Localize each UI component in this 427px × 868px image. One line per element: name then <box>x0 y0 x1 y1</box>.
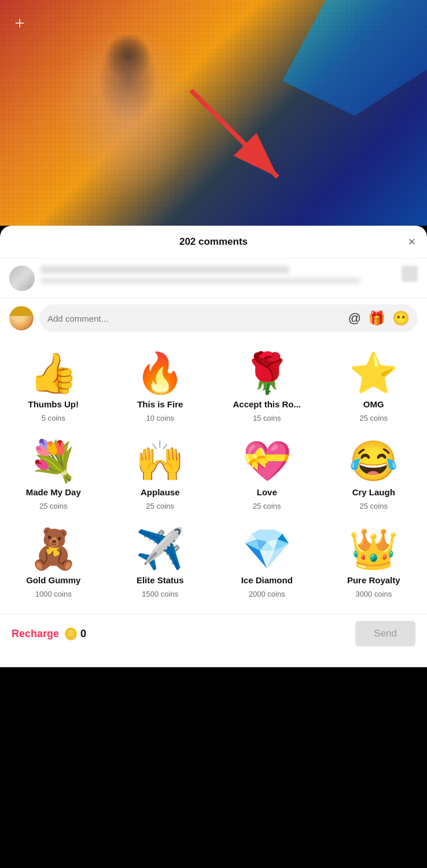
gift-name-love: Love <box>257 487 277 497</box>
gift-item-applause[interactable]: 🙌 Applause 25 coins <box>107 432 214 520</box>
gift-emoji-fire: 🔥 <box>135 353 185 392</box>
bottom-bar: Recharge 🪙 0 Send <box>0 613 427 656</box>
comments-count: 202 comments <box>179 236 248 248</box>
gift-emoji-applause: 🙌 <box>135 441 185 480</box>
gift-item-pure-royalty[interactable]: 👑 Pure Royalty 3000 coins <box>321 520 428 608</box>
gift-price-cry-laugh: 25 coins <box>360 502 388 510</box>
comment-action-icon <box>402 266 418 282</box>
bottom-panel: 202 comments × @ 🎁 😶 👍 <box>0 226 427 667</box>
comment-preview-row <box>0 259 427 299</box>
gift-price-love: 25 coins <box>253 502 281 510</box>
gift-price-ice-diamond: 2000 coins <box>249 590 285 598</box>
gift-item-cry-laugh[interactable]: 😂 Cry Laugh 25 coins <box>321 432 428 520</box>
gift-emoji-elite-status: ✈️ <box>135 529 185 568</box>
gift-name-gold-gummy: Gold Gummy <box>26 575 80 585</box>
gift-emoji-cry-laugh: 😂 <box>349 441 398 480</box>
gift-price-pure-royalty: 3000 coins <box>355 590 392 598</box>
gift-item-elite-status[interactable]: ✈️ Elite Status 1500 coins <box>107 520 214 608</box>
gift-emoji-rose: 🌹 <box>242 353 292 392</box>
gift-icon[interactable]: 🎁 <box>368 310 385 326</box>
gift-item-love[interactable]: 💝 Love 25 coins <box>214 432 321 520</box>
recharge-button[interactable]: Recharge <box>12 628 59 640</box>
comment-text-blur <box>41 277 360 284</box>
gift-name-elite-status: Elite Status <box>137 575 184 585</box>
gift-emoji-love: 💝 <box>242 441 292 480</box>
gift-price-fire: 10 coins <box>146 414 174 422</box>
gift-item-omg[interactable]: ⭐ OMG 25 coins <box>321 344 428 432</box>
panel-header: 202 comments × <box>0 226 427 259</box>
gift-emoji-ice-diamond: 💎 <box>242 529 292 568</box>
gift-name-cry-laugh: Cry Laugh <box>352 487 395 497</box>
gift-price-applause: 25 coins <box>146 502 174 510</box>
gift-name-thumbs-up: Thumbs Up! <box>28 399 79 409</box>
gift-item-made-my-day[interactable]: 💐 Made My Day 25 coins <box>0 432 107 520</box>
gift-emoji-made-my-day: 💐 <box>29 441 78 480</box>
user-avatar <box>9 306 34 330</box>
gift-emoji-gold-gummy: 🧸 <box>29 529 78 568</box>
gift-item-rose[interactable]: 🌹 Accept this Ro... 15 coins <box>214 344 321 432</box>
gift-price-elite-status: 1500 coins <box>142 590 178 598</box>
coin-display: 🪙 0 <box>64 627 86 641</box>
comment-input[interactable] <box>47 314 341 323</box>
commenter-avatar <box>9 266 35 291</box>
comment-name-blur <box>41 266 289 274</box>
recharge-section: Recharge 🪙 0 <box>12 627 86 641</box>
coin-count: 0 <box>80 628 86 640</box>
gift-name-ice-diamond: Ice Diamond <box>241 575 293 585</box>
gift-name-omg: OMG <box>363 399 384 409</box>
gift-price-omg: 25 coins <box>360 414 388 422</box>
gift-name-fire: This is Fire <box>137 399 183 409</box>
gifts-grid: 👍 Thumbs Up! 5 coins 🔥 This is Fire 10 c… <box>0 338 427 613</box>
gift-name-pure-royalty: Pure Royalty <box>347 575 400 585</box>
video-preview: ＋ <box>0 0 427 226</box>
gift-emoji-thumbs-up: 👍 <box>29 353 78 392</box>
gift-emoji-omg: ⭐ <box>349 353 398 392</box>
gift-item-ice-diamond[interactable]: 💎 Ice Diamond 2000 coins <box>214 520 321 608</box>
gift-price-made-my-day: 25 coins <box>39 502 67 510</box>
gift-price-gold-gummy: 1000 coins <box>35 590 72 598</box>
send-button[interactable]: Send <box>355 621 415 646</box>
emoji-icon[interactable]: 😶 <box>392 310 410 326</box>
gift-price-rose: 15 coins <box>253 414 281 422</box>
gift-emoji-pure-royalty: 👑 <box>349 529 398 568</box>
close-button[interactable]: × <box>408 234 415 249</box>
gift-name-made-my-day: Made My Day <box>26 487 81 497</box>
gift-price-thumbs-up: 5 coins <box>42 414 65 422</box>
comment-content <box>41 266 396 284</box>
comment-input-row: @ 🎁 😶 <box>0 299 427 338</box>
at-icon[interactable]: @ <box>348 311 361 326</box>
comment-input-container[interactable]: @ 🎁 😶 <box>39 304 418 332</box>
gift-item-gold-gummy[interactable]: 🧸 Gold Gummy 1000 coins <box>0 520 107 608</box>
gift-item-thumbs-up[interactable]: 👍 Thumbs Up! 5 coins <box>0 344 107 432</box>
gift-item-fire[interactable]: 🔥 This is Fire 10 coins <box>107 344 214 432</box>
coin-icon: 🪙 <box>64 627 78 641</box>
red-arrow <box>174 84 301 191</box>
gift-name-rose: Accept this Ro... <box>233 399 301 409</box>
gift-name-applause: Applause <box>141 487 180 497</box>
svg-line-1 <box>191 90 278 177</box>
